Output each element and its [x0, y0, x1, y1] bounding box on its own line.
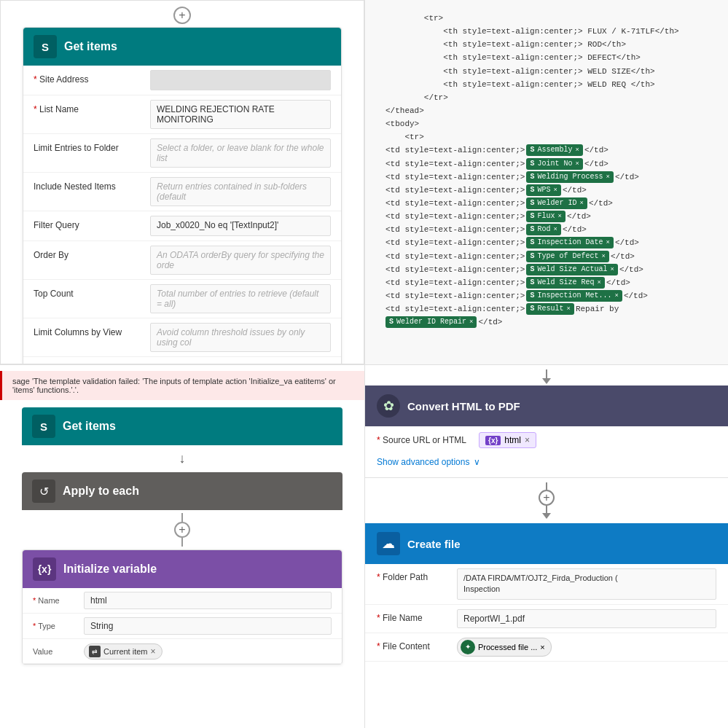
td-close-welderid: </td>: [589, 197, 613, 210]
order-by-row: Order By An ODATA orderBy query for spec…: [23, 241, 341, 280]
code-line-12: <td style=text-align:center;> SJoint No×…: [385, 157, 708, 171]
inspdate-close[interactable]: ×: [606, 237, 609, 248]
welderidrepair-label: Welder ID Repair: [396, 316, 466, 328]
weldproc-close[interactable]: ×: [606, 171, 609, 183]
get-items-card: S Get items Site Address List Name WELDI…: [23, 27, 342, 364]
code-line-24: SWelder ID Repair× </td>: [385, 316, 708, 329]
code-line-22: <td style=text-align:center;> SInspectio…: [385, 289, 708, 302]
td-close-welderidrepair: </td>: [478, 316, 502, 329]
jointno-close[interactable]: ×: [575, 158, 579, 170]
td-tag-welderid: <td style=text-align:center;>: [385, 197, 525, 210]
code-line-4: <th style=text-align:center;> DEFECT</th…: [385, 51, 708, 64]
code-line-14: <td style=text-align:center;> SWPS× </td…: [385, 184, 708, 197]
list-name-row: List Name WELDING REJECTION RATE MONITOR…: [23, 95, 341, 134]
init-name-row: Name html: [23, 588, 342, 614]
create-icon: ☁: [377, 532, 400, 555]
middle-plus-button[interactable]: +: [174, 522, 190, 538]
td-tag-weldproc: <td style=text-align:center;>: [385, 171, 525, 184]
init-value-row: Value ⇄ Current item ×: [23, 639, 342, 664]
file-name-value[interactable]: ReportWI_1.pdf: [457, 609, 716, 628]
assembly-close[interactable]: ×: [575, 144, 579, 156]
typedefect-close[interactable]: ×: [601, 251, 605, 262]
limit-columns-row: Limit Columns by View Avoid column thres…: [23, 318, 341, 357]
inspmet-close[interactable]: ×: [614, 290, 618, 302]
limit-columns-value[interactable]: Avoid column threshold issues by only us…: [150, 323, 331, 352]
wps-close[interactable]: ×: [553, 184, 557, 196]
left-bottom-scroll: sage 'The template validation failed: 'T…: [0, 365, 364, 728]
sharepoint-icon-2: S: [32, 415, 55, 438]
typedefect-label: Type of Defect: [537, 251, 598, 262]
chevron-down-icon: ∨: [474, 457, 480, 467]
processed-close[interactable]: ×: [540, 643, 544, 651]
welderid-s: S: [530, 197, 534, 209]
init-card-title: Initialize variable: [63, 563, 157, 576]
html-badge-close[interactable]: ×: [525, 435, 530, 445]
welderidrepair-close[interactable]: ×: [469, 316, 473, 328]
top-count-value[interactable]: Total number of entries to retrieve (def…: [150, 284, 331, 313]
init-type-value[interactable]: String: [84, 617, 332, 635]
weldsizereq-tag: SWeld Size Req×: [526, 277, 604, 289]
jointno-tag: SJoint No×: [526, 158, 582, 170]
code-line-13: <td style=text-align:center;> SWelding P…: [385, 171, 708, 184]
welderid-tag: SWelder ID×: [526, 197, 587, 209]
limit-folder-label: Limit Entries to Folder: [34, 138, 150, 153]
hide-advanced-btn[interactable]: Hide advanced options ∧: [23, 357, 341, 364]
flux-close[interactable]: ×: [557, 211, 561, 222]
weldproc-s: S: [530, 171, 534, 183]
inspdate-label: Inspection Date: [537, 237, 603, 248]
include-nested-row: Include Nested Items Return entries cont…: [23, 173, 341, 211]
show-advanced-btn[interactable]: Show advanced options ∨: [365, 454, 728, 470]
include-nested-value[interactable]: Return entries contained in sub-folders …: [150, 177, 331, 206]
order-by-value[interactable]: An ODATA orderBy query for specifying th…: [150, 246, 331, 275]
flux-label: Flux: [537, 211, 555, 222]
file-content-row: File Content ✦ Processed file ... ×: [365, 633, 728, 662]
weldsizeact-label: Weld Size Actual: [537, 264, 607, 275]
code-line-2: <th style=text-align:center;> FLUX / K-7…: [385, 25, 708, 38]
result-close[interactable]: ×: [566, 303, 570, 315]
td-tag-flux: <td style=text-align:center;>: [385, 210, 525, 223]
weldsizeact-close[interactable]: ×: [610, 264, 614, 275]
folder-path-value[interactable]: /DATA FIRDA/MT/OJT2_Firda_Production (In…: [457, 568, 716, 600]
td-close-weldproc: </td>: [615, 171, 639, 184]
top-count-label: Top Count: [34, 284, 150, 299]
rb-plus-section: +: [365, 478, 728, 523]
rod-close[interactable]: ×: [553, 224, 557, 235]
td-tag-rod: <td style=text-align:center;>: [385, 223, 525, 236]
init-name-value[interactable]: html: [84, 592, 332, 609]
filter-query-value[interactable]: Job_x0020_No eq '[TextInput2]': [150, 216, 331, 236]
code-line-15: <td style=text-align:center;> SWelder ID…: [385, 197, 708, 210]
td-close-weldsizeact: </td>: [619, 263, 643, 276]
apply-card-title: Apply to each: [63, 485, 139, 498]
processed-badge: ✦ Processed file ... ×: [457, 638, 552, 657]
typedefect-tag: SType of Defect×: [526, 251, 608, 262]
get-items-simple-card: S Get items: [22, 407, 343, 445]
current-item-close[interactable]: ×: [151, 646, 156, 657]
wps-tag: SWPS×: [526, 184, 560, 196]
top-count-row: Top Count Total number of entries to ret…: [23, 280, 341, 318]
site-address-value[interactable]: [150, 70, 331, 90]
html-badge-label: html: [504, 435, 521, 445]
welderidrepair-s: S: [389, 316, 394, 328]
init-value-area: ⇄ Current item ×: [84, 643, 332, 659]
code-line-21: <td style=text-align:center;> SWeld Size…: [385, 276, 708, 289]
rb-plus-button[interactable]: +: [539, 490, 555, 506]
code-line-11: <td style=text-align:center;> SAssembly×…: [385, 144, 708, 157]
limit-folder-row: Limit Entries to Folder Select a folder,…: [23, 134, 341, 173]
top-plus-button[interactable]: +: [173, 7, 191, 24]
td-close-weldsizereq: </td>: [606, 276, 630, 289]
typedefect-s: S: [530, 251, 534, 262]
line-seg-2: [181, 538, 183, 547]
apply-card-header: ↺ Apply to each: [22, 472, 343, 510]
weldsizereq-label: Weld Size Req: [537, 277, 594, 289]
get-items-simple-title: Get items: [63, 420, 116, 433]
file-name-row: File Name ReportWI_1.pdf: [365, 605, 728, 633]
limit-folder-value[interactable]: Select a folder, or leave blank for the …: [150, 138, 331, 168]
code-area: <tr> <th style=text-align:center;> FLUX …: [375, 7, 718, 357]
order-by-label: Order By: [34, 246, 150, 260]
code-line-17: <td style=text-align:center;> SRod× </td…: [385, 223, 708, 236]
weldsizereq-close[interactable]: ×: [597, 277, 600, 289]
code-line-3: <th style=text-align:center;> ROD</th>: [385, 38, 708, 51]
init-icon: {x}: [33, 557, 56, 581]
list-name-value[interactable]: WELDING REJECTION RATE MONITORING: [150, 100, 331, 129]
welderid-close[interactable]: ×: [579, 197, 583, 209]
